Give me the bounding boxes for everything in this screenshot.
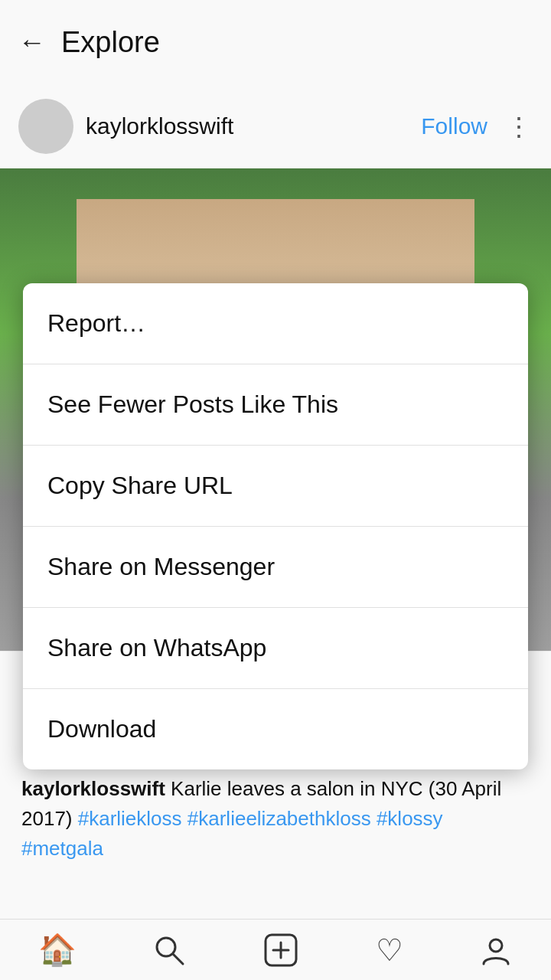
nav-search[interactable] [152,933,186,967]
nav-activity[interactable]: ♡ [376,933,403,968]
caption-hashtags[interactable]: #karliekloss #karlieelizabethkloss #klos… [21,807,443,860]
caption-handle[interactable]: kaylorklosswift [21,777,165,800]
username-label: kaylorklosswift [86,113,421,139]
back-button[interactable]: ← [18,26,46,58]
follow-button[interactable]: Follow [421,113,487,139]
header-bar: ← Explore [0,0,551,84]
menu-item-download[interactable]: Download [23,689,528,769]
menu-item-copy-url[interactable]: Copy Share URL [23,446,528,527]
svg-line-3 [173,954,183,964]
context-menu: Report…See Fewer Posts Like ThisCopy Sha… [23,283,528,769]
nav-profile[interactable] [479,933,513,967]
menu-item-fewer[interactable]: See Fewer Posts Like This [23,364,528,446]
profile-row: kaylorklosswift Follow ⋮ [0,84,551,168]
menu-item-report[interactable]: Report… [23,283,528,364]
bottom-nav: 🏠 ♡ [0,919,551,980]
caption-text: kaylorklosswift Karlie leaves a salon in… [21,774,530,864]
avatar [18,99,73,154]
nav-home[interactable]: 🏠 [38,932,77,968]
svg-point-7 [490,939,502,952]
page-title: Explore [61,26,160,59]
nav-add[interactable] [262,932,299,969]
menu-item-whatsapp[interactable]: Share on WhatsApp [23,608,528,689]
more-options-icon[interactable]: ⋮ [506,111,533,142]
menu-item-messenger[interactable]: Share on Messenger [23,527,528,608]
